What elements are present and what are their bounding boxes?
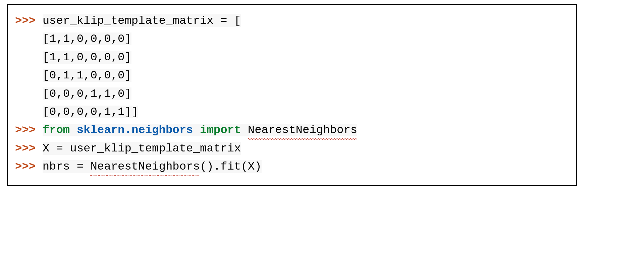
code-line-matrix-2: [0,1,1,0,0,0] — [15, 66, 569, 84]
code-line-nbrs: >>> nbrs = NearestNeighbors().fit(X) — [15, 157, 569, 176]
code-line-1: >>> user_klip_template_matrix = [ — [15, 12, 569, 30]
code-line-matrix-0: [1,1,0,0,0,0] — [15, 30, 569, 48]
code-line-import: >>> from sklearn.neighbors import Neares… — [15, 121, 569, 139]
matrix-row: [0,0,0,0,1,1]] — [43, 106, 139, 118]
code-block: >>> user_klip_template_matrix = [ [1,1,0… — [7, 4, 577, 186]
code-line-matrix-3: [0,0,0,1,1,0] — [15, 85, 569, 103]
matrix-row: [0,1,1,0,0,0] — [43, 69, 131, 82]
code-line-assign-x: >>> X = user_klip_template_matrix — [15, 139, 569, 157]
prompt: >>> — [15, 14, 36, 27]
keyword-import: import — [200, 124, 241, 136]
import-identifier: NearestNeighbors — [248, 121, 357, 139]
code-line-matrix-4: [0,0,0,0,1,1]] — [15, 103, 569, 121]
code-text: ().fit(X) — [200, 160, 262, 173]
keyword-from: from — [43, 124, 70, 136]
prompt: >>> — [15, 124, 36, 136]
code-text: user_klip_template_matrix = [ — [43, 14, 241, 27]
prompt: >>> — [15, 142, 36, 155]
prompt: >>> — [15, 160, 36, 173]
code-line-matrix-1: [1,1,0,0,0,0] — [15, 48, 569, 66]
matrix-row: [1,1,0,0,0,0] — [43, 51, 131, 64]
matrix-row: [0,0,0,1,1,0] — [43, 87, 131, 100]
module-name: sklearn.neighbors — [77, 124, 193, 136]
code-text: nbrs = — [43, 160, 91, 173]
code-text: X = user_klip_template_matrix — [43, 142, 241, 155]
matrix-row: [1,1,0,0,0,0] — [43, 33, 131, 45]
identifier: NearestNeighbors — [90, 157, 200, 176]
